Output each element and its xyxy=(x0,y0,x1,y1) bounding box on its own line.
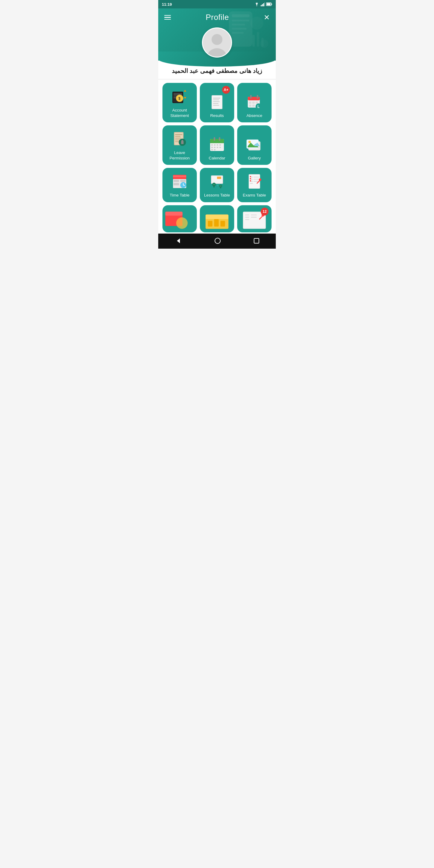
svg-rect-39 xyxy=(257,95,258,98)
svg-rect-50 xyxy=(175,136,181,137)
battery-icon xyxy=(266,2,272,6)
partial-item-1[interactable] xyxy=(162,205,197,232)
header-top: Profile ✕ xyxy=(164,13,270,22)
svg-rect-117 xyxy=(214,219,219,227)
partial-icon-1 xyxy=(162,205,197,232)
partial-item-2[interactable] xyxy=(200,205,234,232)
svg-rect-33 xyxy=(213,101,220,102)
svg-rect-115 xyxy=(206,214,228,219)
header-title: Profile xyxy=(206,13,229,22)
nav-home-button[interactable] xyxy=(208,236,227,245)
recent-icon xyxy=(253,238,259,244)
absence-item[interactable]: L Absence xyxy=(237,83,272,122)
lessons-table-item[interactable]: Lessons Table xyxy=(200,168,234,202)
svg-rect-107 xyxy=(250,176,251,177)
account-statement-icon: $ xyxy=(170,87,189,105)
svg-rect-32 xyxy=(213,99,219,100)
svg-rect-42 xyxy=(255,101,258,104)
svg-rect-122 xyxy=(251,214,257,215)
svg-rect-88 xyxy=(217,177,221,179)
svg-rect-71 xyxy=(214,149,216,150)
svg-marker-28 xyxy=(184,97,186,99)
svg-rect-44 xyxy=(252,104,255,107)
svg-rect-60 xyxy=(214,137,215,141)
leave-permission-icon xyxy=(170,130,189,148)
svg-rect-78 xyxy=(173,176,186,177)
svg-point-19 xyxy=(207,48,227,57)
svg-rect-51 xyxy=(175,138,181,138)
leave-permission-item[interactable]: LeavePermission xyxy=(162,125,197,165)
status-time: 11:19 xyxy=(162,2,172,7)
exams-table-icon xyxy=(245,172,264,190)
partial-badge-3: 12 xyxy=(261,208,269,216)
results-label: Results xyxy=(210,113,224,119)
nav-recent-button[interactable] xyxy=(247,237,266,245)
svg-rect-103 xyxy=(253,179,259,180)
svg-rect-62 xyxy=(211,144,213,146)
calendar-item[interactable]: Calendar xyxy=(200,125,234,165)
svg-marker-27 xyxy=(184,90,186,92)
svg-rect-101 xyxy=(253,177,259,178)
svg-rect-61 xyxy=(219,137,220,141)
svg-rect-67 xyxy=(214,147,216,148)
svg-rect-129 xyxy=(254,239,259,243)
absence-label: Absence xyxy=(247,113,262,119)
svg-rect-0 xyxy=(261,5,261,6)
partial-item-3[interactable]: 12 xyxy=(237,205,272,232)
account-statement-label: AccountStatement xyxy=(170,107,189,118)
nav-bar xyxy=(158,234,276,249)
avatar-section xyxy=(164,27,270,70)
gallery-item[interactable]: Gallery xyxy=(237,125,272,165)
svg-rect-94 xyxy=(217,186,218,188)
time-table-label: Time Table xyxy=(170,193,189,198)
svg-text:$: $ xyxy=(179,96,181,101)
home-icon xyxy=(214,238,221,244)
svg-rect-41 xyxy=(252,101,255,104)
svg-rect-112 xyxy=(165,212,183,216)
exams-table-label: Exams Table xyxy=(243,193,266,198)
svg-rect-5 xyxy=(272,4,272,5)
svg-rect-6 xyxy=(267,3,271,5)
lessons-table-label: Lessons Table xyxy=(204,193,230,198)
close-icon[interactable]: ✕ xyxy=(264,14,270,21)
svg-rect-59 xyxy=(210,141,224,143)
calendar-icon xyxy=(208,135,226,153)
svg-rect-125 xyxy=(245,219,249,220)
svg-rect-106 xyxy=(250,183,253,184)
back-icon xyxy=(175,237,182,244)
results-item[interactable]: A+ Results xyxy=(200,83,234,122)
svg-point-128 xyxy=(215,238,220,244)
svg-rect-123 xyxy=(245,217,249,218)
menu-icon[interactable] xyxy=(164,15,171,20)
svg-rect-69 xyxy=(219,147,221,148)
svg-rect-97 xyxy=(220,187,221,188)
results-badge: A+ xyxy=(222,86,230,94)
svg-rect-91 xyxy=(213,185,215,187)
svg-rect-116 xyxy=(208,221,213,226)
time-table-item[interactable]: Time Table xyxy=(162,168,197,202)
svg-rect-31 xyxy=(213,98,220,98)
svg-rect-121 xyxy=(245,214,249,215)
leave-permission-label: LeavePermission xyxy=(170,150,190,161)
svg-rect-105 xyxy=(253,181,259,182)
nav-back-button[interactable] xyxy=(168,236,188,246)
svg-point-93 xyxy=(217,185,218,186)
svg-rect-49 xyxy=(175,134,182,135)
svg-marker-127 xyxy=(177,239,180,243)
svg-rect-1 xyxy=(262,4,263,6)
account-statement-item[interactable]: $ AccountStatement xyxy=(162,83,197,122)
svg-point-18 xyxy=(212,34,222,45)
svg-rect-43 xyxy=(249,104,251,107)
wifi-icon xyxy=(254,2,259,6)
exams-table-item[interactable]: Exams Table xyxy=(237,168,272,202)
svg-rect-38 xyxy=(250,95,252,98)
svg-rect-22 xyxy=(174,93,182,95)
signal-icon xyxy=(261,2,265,6)
absence-icon: L xyxy=(245,93,264,111)
status-icons xyxy=(254,2,272,6)
avatar[interactable] xyxy=(202,27,232,58)
svg-point-110 xyxy=(259,179,261,181)
svg-rect-68 xyxy=(217,147,218,148)
svg-point-74 xyxy=(248,141,251,143)
svg-rect-118 xyxy=(220,221,225,226)
